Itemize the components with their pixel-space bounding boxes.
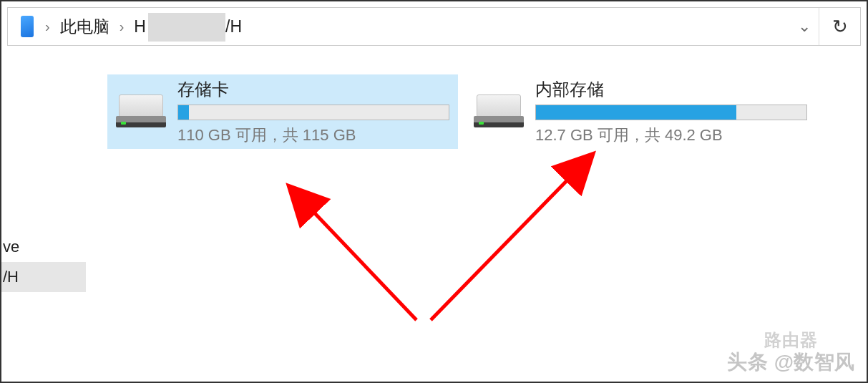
storage-bar-fill bbox=[178, 105, 189, 120]
annotation-arrows bbox=[1, 1, 868, 383]
storage-bar bbox=[535, 105, 807, 120]
drive-tile-internal[interactable]: 内部存储 12.7 GB 可用，共 49.2 GB bbox=[465, 74, 816, 149]
address-bar[interactable]: › 此电脑 › H /H ⌄ ↻ bbox=[7, 7, 861, 46]
svg-line-0 bbox=[301, 198, 416, 320]
breadcrumb-device-suffix[interactable]: /H bbox=[225, 8, 242, 45]
drive-tile-sdcard[interactable]: 存储卡 110 GB 可用，共 115 GB bbox=[107, 74, 458, 149]
watermark-line2: 头条 @数智风 bbox=[727, 349, 855, 376]
drive-subtitle: 12.7 GB 可用，共 49.2 GB bbox=[535, 125, 807, 146]
chevron-right-icon: › bbox=[41, 19, 54, 35]
chevron-right-icon: › bbox=[115, 19, 129, 35]
drive-name: 存储卡 bbox=[177, 78, 449, 101]
sidebar-item[interactable]: ve bbox=[1, 232, 86, 262]
storage-bar-fill bbox=[536, 105, 736, 120]
device-icon bbox=[21, 16, 34, 37]
sidebar: ve /H bbox=[1, 232, 86, 292]
drive-icon bbox=[471, 93, 527, 130]
breadcrumb-root[interactable]: 此电脑 bbox=[54, 16, 115, 38]
redacted-text bbox=[148, 13, 225, 42]
drive-icon bbox=[113, 93, 169, 130]
breadcrumb[interactable]: › 此电脑 › H bbox=[21, 16, 790, 38]
drive-name: 内部存储 bbox=[535, 78, 807, 101]
sidebar-item[interactable]: /H bbox=[1, 262, 86, 292]
chevron-down-icon[interactable]: ⌄ bbox=[790, 17, 819, 36]
svg-line-1 bbox=[431, 166, 581, 320]
storage-bar bbox=[177, 105, 449, 120]
drive-tiles: 存储卡 110 GB 可用，共 115 GB 内部存储 12.7 GB 可用，共… bbox=[107, 74, 816, 149]
refresh-button[interactable]: ↻ bbox=[819, 8, 860, 45]
drive-info: 内部存储 12.7 GB 可用，共 49.2 GB bbox=[535, 78, 807, 146]
drive-info: 存储卡 110 GB 可用，共 115 GB bbox=[177, 78, 449, 146]
drive-subtitle: 110 GB 可用，共 115 GB bbox=[177, 125, 449, 146]
